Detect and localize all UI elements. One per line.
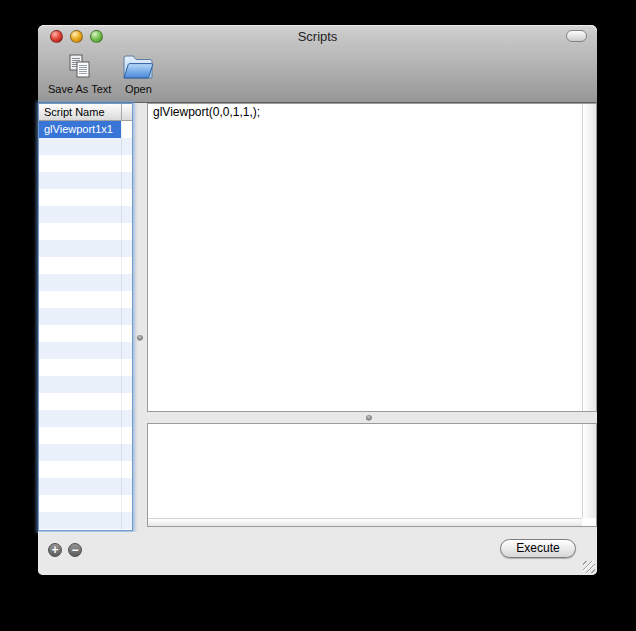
output-panel-vertical-scrollbar[interactable] xyxy=(582,424,596,518)
script-name-column-header[interactable]: Script Name xyxy=(39,104,132,121)
window-title: Scripts xyxy=(38,29,597,44)
list-item-selected[interactable]: glViewport1x1 xyxy=(39,121,121,138)
add-script-button[interactable]: + xyxy=(48,543,62,557)
scripts-window: Scripts Save As Text xyxy=(38,25,597,575)
execute-button[interactable]: Execute xyxy=(500,539,576,558)
script-list: Script Name glViewport1x1 xyxy=(39,104,132,530)
desktop-background: Scripts Save As Text xyxy=(0,0,636,631)
save-as-text-button[interactable]: Save As Text xyxy=(48,47,111,97)
open-folder-icon xyxy=(121,50,155,82)
title-bar[interactable]: Scripts xyxy=(38,25,597,47)
script-editor-text: glViewport(0,0,1,1,); xyxy=(148,104,596,119)
content-area: Script Name glViewport1x1 glViewport(0,0… xyxy=(38,103,597,532)
save-as-text-icon xyxy=(65,50,95,82)
horizontal-splitter-handle[interactable] xyxy=(366,415,372,421)
output-panel[interactable] xyxy=(147,423,597,527)
remove-script-button[interactable]: − xyxy=(68,543,82,557)
window-header: Scripts Save As Text xyxy=(38,25,597,103)
output-panel-text xyxy=(148,424,596,425)
output-panel-horizontal-scrollbar[interactable] xyxy=(148,518,582,526)
list-item-label: glViewport1x1 xyxy=(44,123,113,135)
open-button[interactable]: Open xyxy=(121,47,155,97)
script-editor-scrollbar[interactable] xyxy=(582,104,596,411)
open-label: Open xyxy=(125,83,152,95)
vertical-splitter-handle[interactable] xyxy=(137,335,143,341)
toolbar-toggle-button[interactable] xyxy=(566,30,587,42)
plus-icon: + xyxy=(51,543,58,557)
script-name-header-label: Script Name xyxy=(44,106,105,118)
bottom-bar: + − Execute xyxy=(38,532,597,575)
resize-grip[interactable] xyxy=(583,561,595,573)
script-editor[interactable]: glViewport(0,0,1,1,); xyxy=(147,103,597,412)
toolbar: Save As Text xyxy=(48,47,155,101)
script-list-body[interactable]: glViewport1x1 xyxy=(39,121,132,530)
save-as-text-label: Save As Text xyxy=(48,83,111,95)
minus-icon: − xyxy=(71,543,78,557)
